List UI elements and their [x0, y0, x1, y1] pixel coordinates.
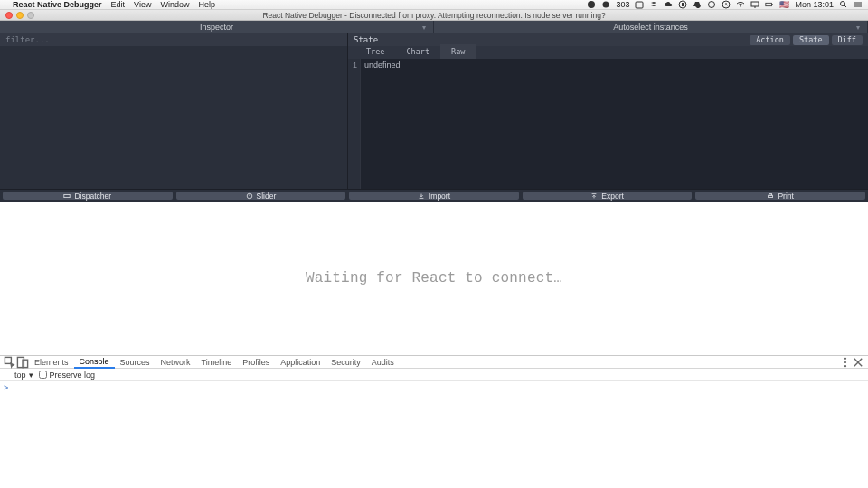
- device-toggle-icon[interactable]: [16, 356, 29, 369]
- tab-sources[interactable]: Sources: [115, 356, 156, 369]
- macos-menubar: React Native Debugger Edit View Window H…: [0, 0, 868, 10]
- status-icon-cloud[interactable]: [664, 0, 673, 9]
- menu-edit[interactable]: Edit: [111, 0, 126, 9]
- spotlight-icon[interactable]: [839, 0, 848, 9]
- context-label: top: [14, 371, 26, 380]
- raw-state-view[interactable]: 1 undefined: [348, 59, 868, 189]
- inspect-element-icon[interactable]: [4, 356, 16, 369]
- tab-timeline[interactable]: Timeline: [196, 356, 238, 369]
- svg-point-19: [844, 361, 846, 362]
- import-label: Import: [429, 192, 450, 201]
- status-icon-drive[interactable]: [693, 0, 702, 9]
- action-tab[interactable]: Action: [750, 35, 790, 45]
- menubar-app-name[interactable]: React Native Debugger: [13, 0, 102, 9]
- menu-view[interactable]: View: [134, 0, 151, 9]
- debugger-panel: Inspector ▾ Autoselect instances ▾ State…: [0, 21, 868, 202]
- svg-point-1: [603, 2, 609, 8]
- state-pane: State Action State Diff Tree Chart Raw 1…: [348, 33, 868, 189]
- upload-icon: [590, 192, 598, 200]
- clock-icon: [246, 192, 253, 200]
- react-devtools-waiting: Waiting for React to connect…: [0, 202, 868, 355]
- subtab-tree[interactable]: Tree: [355, 44, 395, 59]
- tab-console[interactable]: Console: [74, 356, 115, 369]
- svg-rect-2: [636, 2, 643, 8]
- window-titlebar: React Native Debugger - Disconnected fro…: [0, 10, 868, 21]
- preserve-log-input[interactable]: [39, 371, 47, 379]
- dispatcher-label: Dispatcher: [74, 192, 111, 201]
- subtab-chart[interactable]: Chart: [395, 44, 440, 59]
- export-button[interactable]: Export: [523, 192, 693, 200]
- preserve-log-label: Preserve log: [50, 371, 96, 380]
- console-output[interactable]: >: [0, 381, 868, 488]
- keyboard-icon: [63, 192, 71, 200]
- menu-help[interactable]: Help: [198, 0, 215, 9]
- tab-audits[interactable]: Audits: [366, 356, 400, 369]
- slider-label: Slider: [257, 192, 277, 201]
- zoom-button[interactable]: [27, 12, 34, 19]
- instances-header[interactable]: Autoselect instances ▾: [434, 21, 868, 33]
- tab-security[interactable]: Security: [326, 356, 366, 369]
- devtools-menu-icon[interactable]: [839, 356, 852, 369]
- svg-point-18: [844, 357, 846, 359]
- menu-window[interactable]: Window: [160, 0, 189, 9]
- print-icon: [767, 192, 774, 200]
- view-segmented-control: Action State Diff: [750, 35, 863, 45]
- import-button[interactable]: Import: [349, 192, 519, 200]
- tab-profiles[interactable]: Profiles: [237, 356, 275, 369]
- tab-elements[interactable]: Elements: [29, 356, 74, 369]
- state-tab[interactable]: State: [793, 35, 829, 45]
- inspector-pane: [0, 33, 348, 189]
- diff-tab[interactable]: Diff: [832, 35, 863, 45]
- devtools-close-icon[interactable]: [852, 356, 864, 369]
- status-icon-circle[interactable]: [587, 0, 596, 9]
- minimize-button[interactable]: [16, 12, 24, 19]
- console-toolbar: top ▾ Preserve log: [0, 369, 868, 381]
- menu-icon[interactable]: [854, 0, 863, 9]
- status-icon-dot[interactable]: [601, 0, 610, 9]
- context-selector[interactable]: top ▾: [14, 371, 33, 380]
- status-icon-cal[interactable]: [635, 0, 644, 9]
- debugger-action-bar: Dispatcher Slider Import Export Print: [0, 189, 868, 202]
- waiting-text: Waiting for React to connect…: [306, 270, 562, 286]
- svg-rect-11: [64, 194, 70, 197]
- status-icon-dropbox[interactable]: [649, 0, 658, 9]
- slider-button[interactable]: Slider: [176, 192, 346, 200]
- print-label: Print: [778, 192, 793, 201]
- inspector-header[interactable]: Inspector ▾: [0, 21, 434, 33]
- export-label: Export: [601, 192, 624, 201]
- close-button[interactable]: [5, 12, 13, 19]
- svg-rect-8: [766, 3, 772, 5]
- status-icon-sync[interactable]: [707, 0, 716, 9]
- devtools-tab-bar: Elements Console Sources Network Timelin…: [0, 356, 868, 369]
- tab-application[interactable]: Application: [275, 356, 326, 369]
- svg-rect-9: [772, 4, 773, 5]
- inspector-header-label: Inspector: [200, 23, 233, 32]
- window-controls: [5, 12, 34, 19]
- status-flag[interactable]: 🇺🇸: [779, 0, 789, 9]
- subtab-raw[interactable]: Raw: [440, 44, 476, 59]
- status-icon-wifi[interactable]: [736, 0, 745, 9]
- status-icon-display[interactable]: [750, 0, 760, 9]
- status-icon-clock[interactable]: [722, 0, 731, 9]
- svg-point-20: [844, 365, 846, 367]
- status-icon-battery[interactable]: [765, 0, 774, 9]
- state-title: State: [354, 35, 378, 44]
- svg-point-10: [841, 2, 845, 6]
- tab-network[interactable]: Network: [156, 356, 196, 369]
- svg-rect-7: [751, 2, 759, 6]
- instances-header-label: Autoselect instances: [613, 23, 688, 32]
- svg-point-5: [709, 2, 715, 8]
- status-count[interactable]: 303: [616, 0, 629, 9]
- print-button[interactable]: Print: [695, 192, 865, 200]
- state-content: undefined: [364, 61, 401, 70]
- chevron-down-icon: ▾: [856, 23, 860, 32]
- filter-input[interactable]: [0, 33, 347, 46]
- status-icon-1p[interactable]: [678, 0, 687, 9]
- download-icon: [418, 192, 425, 200]
- dispatcher-button[interactable]: Dispatcher: [3, 192, 173, 200]
- status-clock[interactable]: Mon 13:01: [795, 0, 834, 9]
- chevron-down-icon: ▾: [422, 23, 426, 32]
- preserve-log-checkbox[interactable]: Preserve log: [39, 371, 96, 380]
- window-title: React Native Debugger - Disconnected fro…: [0, 11, 868, 20]
- line-number: 1: [348, 59, 361, 189]
